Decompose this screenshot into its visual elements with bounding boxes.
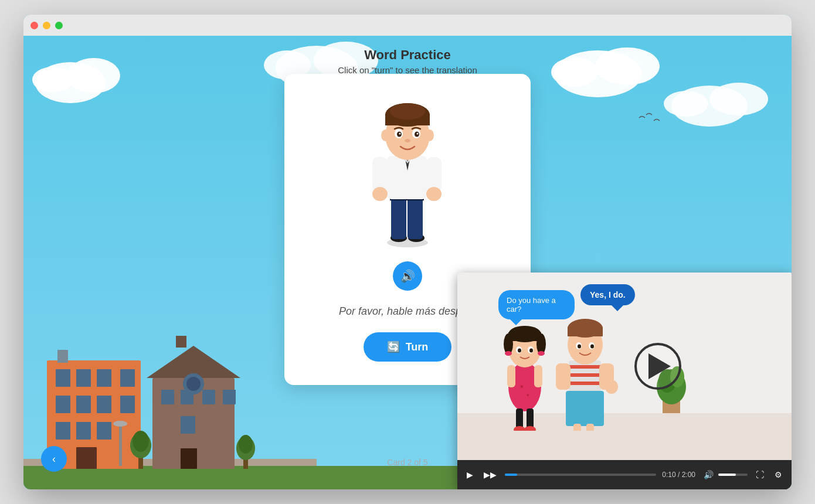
svg-point-88 <box>514 426 525 431</box>
svg-rect-108 <box>573 424 581 431</box>
svg-rect-30 <box>161 390 174 404</box>
settings-button[interactable]: ⚙ <box>772 469 785 481</box>
header-section: Word Practice Click on "turn" to see the… <box>23 47 792 75</box>
close-button[interactable] <box>30 22 38 29</box>
svg-point-121 <box>605 380 618 394</box>
svg-text:♥: ♥ <box>527 393 529 398</box>
time-display: 0:10 / 2:00 <box>662 471 695 479</box>
svg-rect-33 <box>223 390 236 404</box>
svg-rect-37 <box>181 448 197 469</box>
audio-button[interactable]: 🔊 <box>393 261 422 291</box>
app-window: Word Practice Click on "turn" to see the… <box>23 15 792 489</box>
fullscreen-button[interactable]: ⛶ <box>753 469 766 481</box>
svg-point-60 <box>372 187 388 201</box>
svg-point-61 <box>426 187 442 201</box>
svg-point-66 <box>390 103 425 120</box>
svg-rect-109 <box>586 424 594 431</box>
svg-rect-24 <box>76 422 91 440</box>
svg-rect-107 <box>566 391 604 426</box>
chevron-left-icon: ‹ <box>52 453 56 465</box>
titlebar <box>23 15 792 36</box>
svg-rect-112 <box>556 363 570 390</box>
svg-rect-38 <box>176 336 186 348</box>
speaker-icon: 🔊 <box>400 269 415 283</box>
svg-rect-23 <box>56 422 70 440</box>
svg-rect-94 <box>508 332 541 341</box>
svg-rect-104 <box>569 365 601 369</box>
svg-point-73 <box>405 139 410 142</box>
svg-rect-16 <box>76 369 91 387</box>
svg-rect-18 <box>120 369 135 387</box>
volume-button[interactable]: 🔊 <box>701 469 716 481</box>
content-area: Word Practice Click on "turn" to see the… <box>23 36 792 489</box>
svg-rect-20 <box>76 396 91 413</box>
play-control-icon: ▶ <box>467 470 473 479</box>
turn-button-label: Turn <box>406 341 429 353</box>
prev-button[interactable]: ‹ <box>41 446 67 472</box>
svg-point-41 <box>133 431 149 452</box>
play-control-button[interactable]: ▶ <box>464 469 476 481</box>
svg-rect-86 <box>516 408 523 429</box>
turn-button[interactable]: 🔄 Turn <box>364 332 452 362</box>
svg-point-89 <box>524 426 536 431</box>
volume-bar[interactable] <box>718 474 748 476</box>
svg-rect-116 <box>568 327 603 336</box>
svg-rect-50 <box>391 197 406 239</box>
svg-point-11 <box>664 91 708 117</box>
svg-rect-45 <box>119 425 122 466</box>
page-title: Word Practice <box>23 47 792 63</box>
video-characters: ♥ ♥ <box>457 302 792 431</box>
svg-rect-25 <box>97 422 111 440</box>
svg-rect-105 <box>569 373 601 377</box>
svg-rect-90 <box>507 365 515 387</box>
video-scene: Do you have a car? Yes, I do. ♥ ♥ <box>457 273 792 460</box>
svg-point-119 <box>578 345 581 349</box>
svg-text:♥: ♥ <box>520 383 524 390</box>
svg-point-98 <box>538 351 545 356</box>
volume-fill <box>718 474 736 476</box>
svg-point-102 <box>529 349 533 353</box>
progress-bar[interactable] <box>505 474 656 476</box>
progress-fill <box>505 474 517 476</box>
svg-marker-29 <box>147 346 240 378</box>
skip-button[interactable]: ▶▶ <box>481 469 499 481</box>
svg-rect-19 <box>56 396 70 413</box>
refresh-icon: 🔄 <box>387 340 400 353</box>
svg-point-120 <box>590 345 594 349</box>
minimize-button[interactable] <box>43 22 50 29</box>
svg-point-46 <box>113 421 127 427</box>
svg-rect-87 <box>527 408 534 429</box>
svg-point-97 <box>505 351 512 356</box>
svg-rect-21 <box>97 396 111 413</box>
svg-rect-51 <box>408 197 423 239</box>
svg-rect-91 <box>534 365 542 387</box>
speech-bubble-right: Yes, I do. <box>580 284 635 305</box>
character-area <box>349 91 466 256</box>
svg-rect-26 <box>76 447 97 469</box>
svg-point-75 <box>426 130 434 141</box>
video-controls: ▶ ▶▶ 0:10 / 2:00 🔊 ⛶ ⚙ <box>457 460 792 489</box>
speech-bubble-left: Do you have a car? <box>498 290 575 319</box>
svg-point-71 <box>399 133 401 135</box>
svg-rect-15 <box>56 369 70 387</box>
svg-rect-32 <box>202 390 215 404</box>
play-button[interactable] <box>634 343 681 390</box>
svg-point-101 <box>518 349 521 353</box>
character-illustration <box>355 97 460 250</box>
svg-rect-106 <box>569 382 601 385</box>
skip-icon: ▶▶ <box>484 470 497 479</box>
volume-area: 🔊 <box>701 469 748 481</box>
svg-rect-34 <box>181 416 195 434</box>
maximize-button[interactable] <box>55 22 63 29</box>
play-icon <box>648 353 671 379</box>
video-player: Do you have a car? Yes, I do. ♥ ♥ <box>457 273 792 489</box>
svg-point-72 <box>417 133 419 135</box>
svg-point-44 <box>239 435 253 454</box>
svg-point-10 <box>709 83 768 115</box>
svg-point-36 <box>186 377 201 391</box>
svg-point-74 <box>381 130 389 141</box>
svg-rect-22 <box>120 396 135 413</box>
card-counter: Card 2 of 5 <box>387 458 427 467</box>
svg-rect-17 <box>97 369 111 387</box>
svg-rect-27 <box>57 350 68 363</box>
